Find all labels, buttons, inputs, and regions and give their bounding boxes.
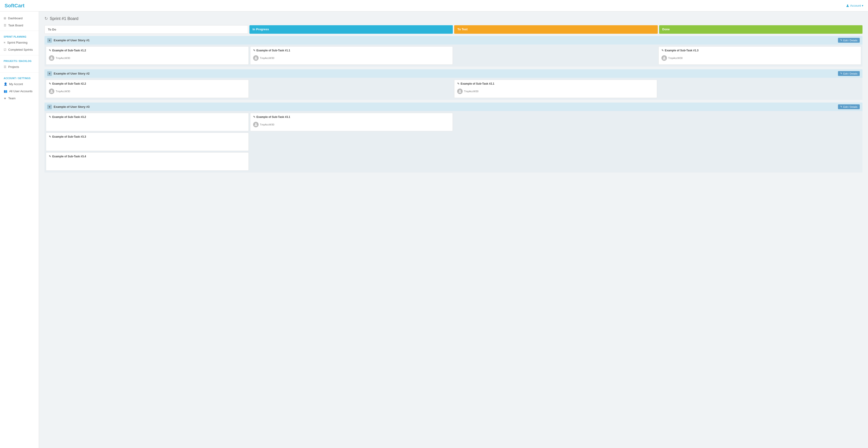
allusers-icon: 👥 (4, 89, 7, 93)
layout: ⊞ Dashboard ☰ Task Board SPRINT PLANNING… (0, 11, 868, 448)
user-story-3-header-left: ▼ Example of User Story #3 (47, 104, 90, 109)
user-story-1: ▼ Example of User Story #1 ✎ Edit / Deta… (44, 36, 863, 66)
svg-point-5 (459, 90, 461, 92)
task-card-3-2[interactable]: ✎ Example of Sub-Task #3.2 (46, 113, 249, 131)
collapse-story-1-btn[interactable]: ▼ (47, 38, 52, 43)
task-title-1-3: ✎ Example of Sub-Task #1.3 (661, 49, 858, 52)
task-user-1-3: TmpAccW30 (661, 55, 858, 61)
sidebar-item-projects[interactable]: ☰ Projects (0, 63, 39, 70)
avatar-2-2 (49, 89, 54, 94)
task-card-1-3[interactable]: ✎ Example of Sub-Task #1.3 TmpAccW30 (658, 46, 861, 65)
sidebar-divider-1 (0, 31, 39, 31)
story-3-title: Example of User Story #3 (54, 105, 90, 109)
completed-icon: ☑ (4, 48, 6, 51)
avatar-1-3 (661, 55, 667, 61)
task-title-3-4: ✎ Example of Sub-Task #3.4 (49, 155, 246, 158)
story-1-done-cell: ✎ Example of Sub-Task #1.3 TmpAccW30 (658, 46, 861, 65)
user-story-2-header-left: ▼ Example of User Story #2 (47, 71, 90, 76)
task-title-3-2: ✎ Example of Sub-Task #3.2 (49, 115, 246, 119)
sidebar-item-sprint-planning[interactable]: ≡ Sprint Planning (0, 39, 39, 46)
story-1-title: Example of User Story #1 (54, 38, 90, 42)
topnav: SoftCart Account ▾ (0, 0, 868, 11)
col-header-totest: To Test (454, 25, 658, 34)
task-icon-3-4: ✎ (49, 155, 51, 158)
taskboard-icon: ☰ (4, 24, 6, 27)
story-2-inprogress-cell (250, 80, 453, 98)
task-card-2-2[interactable]: ✎ Example of Sub-Task #2.2 TmpAccW30 (46, 80, 249, 98)
sidebar-label-all-user-accounts: All User Accounts (9, 89, 33, 93)
story-3-totest-cell (454, 113, 657, 171)
task-user-1-2: TmpAccW30 (49, 55, 246, 61)
sidebar-item-team[interactable]: ★ Team (0, 95, 39, 102)
task-title-2-2: ✎ Example of Sub-Task #2.2 (49, 82, 246, 85)
story-2-title: Example of User Story #2 (54, 72, 90, 75)
section-label-projects: PROJECTS / BACKLOG (0, 57, 39, 63)
edit-details-story-2-btn[interactable]: ✎ Edit / Details (838, 71, 860, 76)
edit-details-label-2: Edit / Details (843, 72, 858, 75)
edit-icon-2: ✎ (840, 72, 842, 75)
sidebar-item-completed-sprints[interactable]: ☑ Completed Sprints (0, 46, 39, 53)
task-icon-2-2: ✎ (49, 82, 51, 85)
task-title-1-1: ✎ Example of Sub-Task #1.1 (253, 49, 450, 52)
svg-point-4 (51, 90, 53, 92)
edit-icon-3: ✎ (840, 105, 842, 108)
projects-icon: ☰ (4, 65, 6, 68)
sidebar-label-taskboard: Task Board (8, 24, 23, 27)
task-user-2-1: TmpAccW30 (457, 89, 654, 94)
task-card-3-4[interactable]: ✎ Example of Sub-Task #3.4 (46, 152, 249, 171)
task-title-2-1: ✎ Example of Sub-Task #2.1 (457, 82, 654, 85)
edit-details-story-3-btn[interactable]: ✎ Edit / Details (838, 104, 860, 109)
story-2-task-columns: ✎ Example of Sub-Task #2.2 TmpAccW30 (44, 78, 863, 100)
user-story-2-header: ▼ Example of User Story #2 ✎ Edit / Deta… (44, 69, 863, 78)
story-3-done-cell (658, 113, 861, 171)
story-2-todo-cell: ✎ Example of Sub-Task #2.2 TmpAccW30 (46, 80, 249, 98)
task-title-3-1: ✎ Example of Sub-Task #3.1 (253, 115, 450, 119)
task-title-1-2: ✎ Example of Sub-Task #1.2 (49, 49, 246, 52)
section-label-sprint: SPRINT PLANNING (0, 33, 39, 39)
board-title: Sprint #1 Board (50, 16, 79, 21)
story-3-task-columns: ✎ Example of Sub-Task #3.2 ✎ Example of … (44, 111, 863, 173)
task-user-2-2: TmpAccW30 (49, 89, 246, 94)
avatar-2-1 (457, 89, 463, 94)
account-menu[interactable]: Account ▾ (846, 4, 863, 7)
sidebar-item-my-account[interactable]: 👤 My Accont (0, 81, 39, 88)
sidebar-item-all-user-accounts[interactable]: 👥 All User Accounts (0, 88, 39, 95)
svg-point-3 (663, 57, 665, 58)
col-header-done: Done (659, 25, 863, 34)
main-content: ↻ Sprint #1 Board To Do In Progress To T… (39, 11, 868, 448)
user-story-1-header-left: ▼ Example of User Story #1 (47, 38, 90, 43)
collapse-story-2-btn[interactable]: ▼ (47, 71, 52, 76)
sidebar-item-dashboard[interactable]: ⊞ Dashboard (0, 15, 39, 22)
sidebar-divider-2 (0, 55, 39, 55)
sidebar-label-completed-sprints: Completed Sprints (8, 48, 33, 51)
task-card-3-1[interactable]: ✎ Example of Sub-Task #3.1 TmpAccW30 (250, 113, 453, 131)
svg-point-1 (51, 57, 53, 58)
svg-point-6 (255, 123, 256, 125)
app-logo[interactable]: SoftCart (5, 3, 25, 9)
user-story-2: ▼ Example of User Story #2 ✎ Edit / Deta… (44, 69, 863, 100)
task-card-1-1[interactable]: ✎ Example of Sub-Task #1.1 TmpAccW30 (250, 46, 453, 65)
task-icon-2-1: ✎ (457, 82, 460, 85)
story-2-done-cell (658, 80, 861, 98)
task-card-1-2[interactable]: ✎ Example of Sub-Task #1.2 TmpAccW30 (46, 46, 249, 65)
edit-details-label-1: Edit / Details (843, 39, 858, 42)
task-icon-3-3: ✎ (49, 135, 51, 138)
collapse-story-3-btn[interactable]: ▼ (47, 104, 52, 109)
task-card-2-1[interactable]: ✎ Example of Sub-Task #2.1 TmpAccW30 (454, 80, 657, 98)
task-icon-3-1: ✎ (253, 115, 255, 119)
avatar-1-1 (253, 55, 258, 61)
section-label-account: ACCOUNT / SETTINGS (0, 74, 39, 81)
task-icon-1-1: ✎ (253, 49, 255, 52)
task-card-3-3[interactable]: ✎ Example of Sub-Task #3.3 (46, 132, 249, 151)
board-columns-header: To Do In Progress To Test Done (44, 25, 863, 34)
col-header-inprogress: In Progress (249, 25, 453, 34)
edit-details-story-1-btn[interactable]: ✎ Edit / Details (838, 38, 860, 43)
edit-icon-1: ✎ (840, 39, 842, 42)
sidebar-item-taskboard[interactable]: ☰ Task Board (0, 22, 39, 29)
user-story-3: ▼ Example of User Story #3 ✎ Edit / Deta… (44, 102, 863, 173)
story-1-totest-cell (454, 46, 657, 65)
task-icon-3-2: ✎ (49, 115, 51, 119)
sidebar-label-team: Team (8, 96, 16, 100)
story-1-todo-cell: ✎ Example of Sub-Task #1.2 TmpAccW30 (46, 46, 249, 65)
account-icon (846, 4, 849, 7)
